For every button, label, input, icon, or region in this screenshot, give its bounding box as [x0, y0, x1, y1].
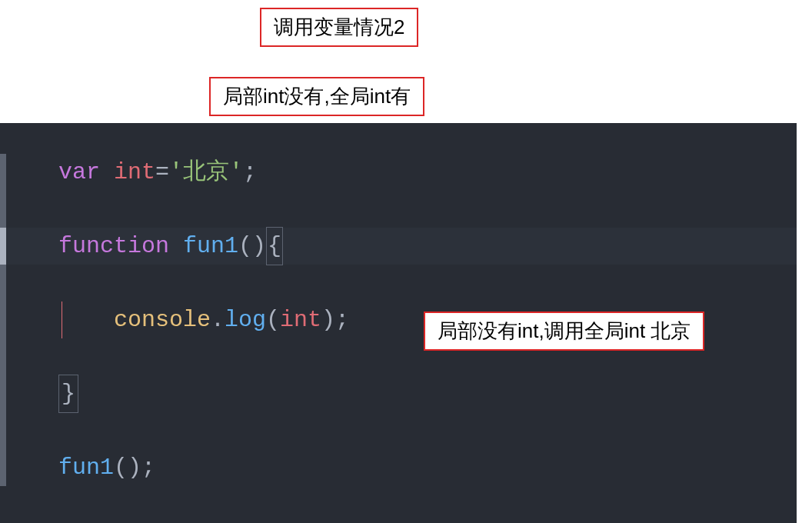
code-line: var int = '北京' ; [0, 154, 797, 191]
method-log: log [225, 301, 266, 338]
code-line-active: function fun1 () { [0, 228, 797, 265]
string-literal: '北京' [169, 154, 243, 191]
code-line-blank [0, 191, 797, 228]
gutter-inactive [0, 412, 6, 449]
gutter-inactive [0, 338, 6, 375]
gutter-inactive [0, 375, 6, 412]
brace-match: } [58, 375, 78, 413]
keyword-var: var [58, 154, 100, 191]
gutter-inactive [0, 265, 6, 301]
parentheses: (); [114, 449, 155, 486]
annotation-subtitle: 局部int没有,全局int有 [209, 77, 424, 116]
identifier: int [114, 154, 155, 191]
gutter-inactive [0, 301, 6, 338]
identifier: int [280, 301, 321, 338]
code-line: } [0, 375, 797, 412]
code-line-blank [0, 265, 797, 301]
annotation-inline: 局部没有int,调用全局int 北京 [424, 311, 704, 351]
annotation-title: 调用变量情况2 [260, 8, 418, 47]
gutter-active [0, 228, 6, 265]
code-line-blank [0, 412, 797, 449]
code-line: fun1 (); [0, 449, 797, 486]
brace-match: { [266, 227, 283, 265]
gutter-inactive [0, 191, 6, 228]
function-call: fun1 [58, 449, 114, 486]
paren-open: ( [266, 301, 280, 338]
operator: = [155, 154, 169, 191]
dot-operator: . [211, 301, 225, 338]
parentheses: () [238, 228, 266, 265]
object-console: console [114, 301, 211, 338]
function-name: fun1 [183, 228, 238, 265]
semicolon: ; [243, 154, 257, 191]
keyword-function: function [58, 228, 169, 265]
gutter-inactive [0, 449, 6, 486]
gutter-inactive [0, 154, 6, 191]
paren-close: ); [321, 301, 349, 338]
indent-guide-icon [62, 301, 62, 338]
